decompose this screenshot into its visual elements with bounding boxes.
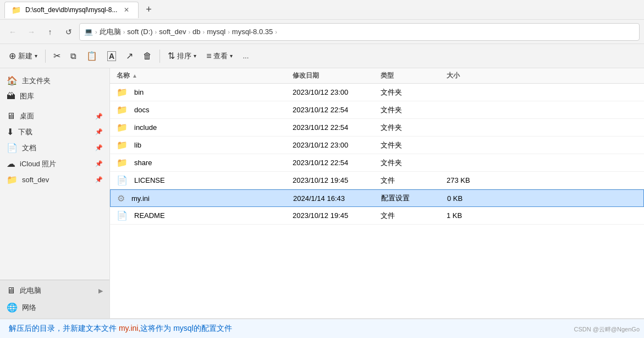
paste-button[interactable]: 📋 bbox=[82, 48, 102, 63]
sidebar-item-network[interactable]: 🌐 网络 bbox=[0, 299, 109, 316]
view-button[interactable]: ≡ 查看 ▾ bbox=[202, 49, 237, 63]
share-button[interactable]: ↗ bbox=[122, 48, 137, 63]
cut-button[interactable]: ✂ bbox=[49, 48, 65, 63]
filelist-header: 名称 ▲ 修改日期 类型 大小 bbox=[110, 68, 644, 84]
up-button[interactable]: ↑ bbox=[42, 24, 58, 40]
file-date-cell: 2023/10/12 23:00 bbox=[293, 141, 381, 149]
tab-close-button[interactable]: ✕ bbox=[122, 5, 131, 15]
file-type: 配置设置 bbox=[381, 194, 410, 202]
sidebar-label-gallery: 图库 bbox=[20, 91, 34, 101]
file-type: 文件夹 bbox=[381, 123, 402, 132]
breadcrumb-computer[interactable]: 此电脑 bbox=[100, 27, 121, 37]
desktop-icon: 🖥 bbox=[7, 111, 15, 121]
view-chevron: ▾ bbox=[230, 53, 233, 59]
expand-icon-computer: ▶ bbox=[98, 287, 103, 295]
sidebar-item-desktop[interactable]: 🖥 桌面 📌 bbox=[0, 108, 109, 124]
sidebar-item-home[interactable]: 🏠 主文件夹 bbox=[0, 73, 109, 89]
new-chevron: ▾ bbox=[35, 53, 37, 59]
sort-icon: ⇅ bbox=[168, 51, 175, 61]
back-button[interactable]: ← bbox=[4, 24, 21, 40]
file-type: 文件夹 bbox=[381, 159, 402, 167]
file-date: 2023/10/12 23:00 bbox=[293, 141, 348, 149]
file-date-cell: 2023/10/12 23:00 bbox=[293, 88, 381, 96]
header-size[interactable]: 大小 bbox=[447, 71, 491, 80]
file-rows-container: 📁 bin 2023/10/12 23:00 文件夹 📁 docs 2023/1… bbox=[110, 84, 644, 225]
new-icon: ⊕ bbox=[9, 51, 16, 61]
sidebar-item-softdev[interactable]: 📁 soft_dev 📌 bbox=[0, 172, 109, 188]
active-tab[interactable]: 📁 D:\soft_dev\db\mysql\mysql-8... ✕ bbox=[4, 2, 139, 18]
header-date[interactable]: 修改日期 bbox=[293, 71, 381, 80]
statusbar: 解压后的目录，并新建文本文件 my.ini,这将作为 mysql的配置文件 bbox=[0, 318, 644, 338]
sidebar-item-icloud[interactable]: ☁ iCloud 照片 📌 bbox=[0, 156, 109, 172]
breadcrumb-db[interactable]: db bbox=[192, 28, 200, 36]
toolbar: ⊕ 新建 ▾ ✂ ⧉ 📋 A ↗ 🗑 ⇅ 排序 ▾ ≡ 查看 bbox=[0, 44, 644, 68]
file-type-cell: 文件夹 bbox=[381, 158, 447, 168]
file-date-cell: 2023/10/12 22:54 bbox=[293, 159, 381, 167]
breadcrumb-mysql-version[interactable]: mysql-8.0.35 bbox=[232, 28, 273, 36]
sidebar-label-computer: 此电脑 bbox=[20, 286, 41, 296]
delete-button[interactable]: 🗑 bbox=[139, 49, 156, 63]
sort-arrow-name: ▲ bbox=[132, 73, 137, 79]
network-icon: 🌐 bbox=[7, 302, 18, 313]
table-row[interactable]: 📄 LICENSE 2023/10/12 19:45 文件 273 KB bbox=[110, 172, 644, 189]
header-type[interactable]: 类型 bbox=[381, 71, 447, 80]
file-size-cell: 1 KB bbox=[447, 211, 491, 220]
header-name[interactable]: 名称 ▲ bbox=[117, 71, 293, 80]
file-size: 1 KB bbox=[447, 211, 462, 220]
table-row[interactable]: 📄 README 2023/10/12 19:45 文件 1 KB bbox=[110, 207, 644, 225]
table-row[interactable]: 📁 include 2023/10/12 22:54 文件夹 bbox=[110, 119, 644, 137]
file-date: 2023/10/12 22:54 bbox=[293, 106, 348, 114]
new-button[interactable]: ⊕ 新建 ▾ bbox=[4, 48, 42, 63]
statusbar-text: 解压后的目录，并新建文本文件 my.ini,这将作为 mysql的配置文件 bbox=[9, 324, 232, 334]
file-type-cell: 文件夹 bbox=[381, 140, 447, 150]
sidebar-label-desktop: 桌面 bbox=[20, 111, 34, 121]
breadcrumb-drive[interactable]: soft (D:) bbox=[127, 28, 152, 36]
file-name-cell: ⚙ my.ini bbox=[117, 193, 293, 204]
downloads-icon: ⬇ bbox=[7, 127, 14, 137]
file-type: 文件夹 bbox=[381, 88, 402, 96]
statusbar-prefix: 解压后的目录，并新建文本文件 bbox=[9, 324, 119, 332]
file-icon: 📄 bbox=[117, 210, 128, 221]
cut-icon: ✂ bbox=[53, 51, 60, 61]
sidebar-bottom: 🖥 此电脑 ▶ 🌐 网络 bbox=[0, 280, 109, 318]
file-size: 0 KB bbox=[447, 194, 463, 203]
tab-folder-icon: 📁 bbox=[12, 6, 21, 14]
sidebar-item-documents[interactable]: 📄 文档 📌 bbox=[0, 140, 109, 156]
statusbar-suffix: 这将作为 mysql的配置文件 bbox=[140, 324, 232, 332]
file-icon: 📁 bbox=[117, 105, 128, 115]
pin-icon-downloads: 📌 bbox=[95, 128, 103, 135]
new-tab-button[interactable]: + bbox=[141, 2, 156, 18]
rename-button[interactable]: A bbox=[103, 49, 120, 63]
sidebar-item-computer[interactable]: 🖥 此电脑 ▶ bbox=[0, 282, 109, 299]
breadcrumb-mysql[interactable]: mysql bbox=[207, 28, 225, 36]
file-date-cell: 2023/10/12 22:54 bbox=[293, 123, 381, 132]
copy-icon: ⧉ bbox=[70, 51, 76, 61]
table-row[interactable]: 📁 lib 2023/10/12 23:00 文件夹 bbox=[110, 137, 644, 154]
table-row[interactable]: 📁 bin 2023/10/12 23:00 文件夹 bbox=[110, 84, 644, 101]
file-type: 文件 bbox=[381, 176, 395, 184]
toolbar-separator-1 bbox=[45, 50, 46, 63]
sidebar-item-downloads[interactable]: ⬇ 下载 📌 bbox=[0, 124, 109, 140]
file-type: 文件夹 bbox=[381, 141, 402, 149]
file-date-cell: 2024/1/14 16:43 bbox=[293, 194, 381, 203]
view-label: 查看 bbox=[213, 51, 228, 61]
table-row[interactable]: 📁 share 2023/10/12 22:54 文件夹 bbox=[110, 154, 644, 172]
breadcrumb-soft-dev[interactable]: soft_dev bbox=[159, 28, 186, 36]
more-button[interactable]: ... bbox=[238, 50, 253, 62]
home-icon: 🏠 bbox=[7, 75, 18, 86]
sidebar-item-gallery[interactable]: 🏔 图库 bbox=[0, 89, 109, 104]
copy-button[interactable]: ⧉ bbox=[66, 49, 81, 63]
content-area: 🏠 主文件夹 🏔 图库 🖥 桌面 📌 ⬇ 下载 📌 bbox=[0, 68, 644, 318]
filelist: 名称 ▲ 修改日期 类型 大小 📁 bin 2023/10/12 23:00 bbox=[110, 68, 644, 318]
table-row[interactable]: ⚙ my.ini 2024/1/14 16:43 配置设置 0 KB bbox=[110, 189, 644, 207]
sort-button[interactable]: ⇅ 排序 ▾ bbox=[163, 48, 201, 63]
forward-button[interactable]: → bbox=[23, 24, 40, 40]
file-size: 273 KB bbox=[447, 176, 470, 184]
refresh-button[interactable]: ↺ bbox=[60, 24, 77, 40]
breadcrumb-bar[interactable]: 💻 › 此电脑 › soft (D:) › soft_dev › db › my… bbox=[79, 23, 640, 41]
gallery-icon: 🏔 bbox=[7, 91, 15, 101]
table-row[interactable]: 📁 docs 2023/10/12 22:54 文件夹 bbox=[110, 101, 644, 119]
file-size-cell: 0 KB bbox=[447, 194, 491, 203]
file-name-label: lib bbox=[134, 141, 141, 149]
file-type-cell: 文件 bbox=[381, 176, 447, 186]
